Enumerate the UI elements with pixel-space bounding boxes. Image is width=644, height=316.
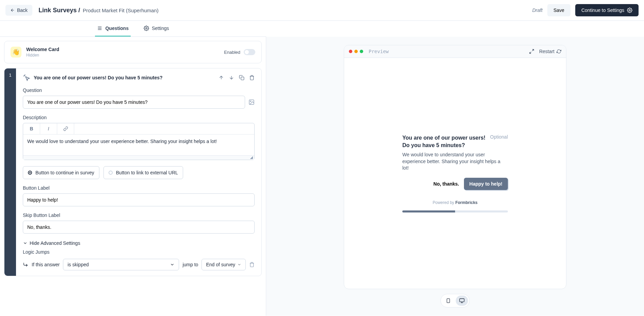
device-desktop-button[interactable] [456,296,468,306]
status-badge: Draft [532,7,543,13]
description-content[interactable]: We would love to understand your user ex… [23,135,254,156]
italic-button[interactable]: I [40,123,57,134]
welcome-toggle[interactable] [244,49,255,55]
trash-icon[interactable] [249,262,255,267]
pointer-click-icon [23,74,30,81]
question-field-label: Question [23,88,255,93]
button-label-input[interactable] [23,193,255,206]
image-plus-icon[interactable] [248,99,255,105]
app-header: Back Link Surveys / Product Market Fit (… [0,0,644,21]
logic-jump-to: jump to [182,262,198,267]
advanced-settings-toggle[interactable]: Hide Advanced Settings [23,240,255,246]
editor-panel: 👋 Welcome Card Hidden Enabled 1 You are … [0,37,266,316]
editor-tabs: Questions Settings [0,21,266,37]
chevron-down-icon [170,262,175,267]
save-button[interactable]: Save [547,4,570,16]
svg-point-7 [250,101,251,101]
gear-icon [144,26,149,31]
back-button[interactable]: Back [5,5,32,16]
monitor-icon [459,298,465,303]
chevron-down-icon [23,241,28,246]
radio-continue-label: Button to continue in survey [35,170,94,175]
question-block: 1 You are one of our power users! Do you… [4,68,262,276]
description-editor[interactable]: B I We would love to understand your use… [23,123,255,160]
preview-frame: Preview Restart You are one of our power… [344,45,566,289]
breadcrumb: Link Surveys / Product Market Fit (Super… [38,7,159,14]
copy-icon[interactable] [239,75,244,80]
device-mobile-button[interactable] [442,296,454,306]
question-number: 1 [4,68,16,276]
tab-settings[interactable]: Settings [142,21,171,36]
button-label-field-label: Button Label [23,185,255,191]
logic-jump-row: If this answer is skipped jump to End of… [23,259,255,270]
welcome-subtitle: Hidden [26,53,219,58]
resize-handle[interactable] [23,156,254,160]
preview-primary-button[interactable]: Happy to help! [464,178,508,190]
window-dots [349,50,363,53]
chevron-down-icon [237,263,241,267]
link-button[interactable] [57,123,74,134]
wave-icon: 👋 [11,47,21,58]
preview-description: We would love to understand your user ex… [402,152,508,172]
svg-point-0 [629,10,630,11]
logic-target-select[interactable]: End of survey [202,259,246,270]
continue-button[interactable]: Continue to Settings [575,4,639,16]
tab-settings-label: Settings [152,26,169,31]
list-icon [97,26,102,31]
survey-card: You are one of our power users! Do you h… [402,134,508,212]
radio-button-external[interactable]: Button to link to external URL [103,166,183,179]
smartphone-icon [446,298,451,304]
welcome-card[interactable]: 👋 Welcome Card Hidden Enabled [4,41,262,63]
svg-rect-10 [460,299,464,302]
svg-rect-8 [447,299,450,303]
preview-panel: Preview Restart You are one of our power… [266,37,644,316]
description-field-label: Description [23,115,255,120]
breadcrumb-root: Link Surveys / [38,7,80,14]
continue-label: Continue to Settings [581,7,624,13]
powered-by: Powered by Formbricks [402,200,508,205]
breadcrumb-page: Product Market Fit (Superhuman) [83,7,159,13]
radio-external-label: Button to link to external URL [116,170,178,175]
corner-down-right-icon [23,262,28,267]
restart-button[interactable]: Restart [539,49,561,54]
arrow-left-icon [10,8,15,13]
progress-bar [402,210,508,212]
back-label: Back [17,7,28,13]
svg-point-4 [146,28,147,29]
enabled-label: Enabled [224,50,240,55]
logic-condition-select[interactable]: is skipped [63,259,179,270]
refresh-icon [557,49,561,54]
radio-button-continue[interactable]: Button to continue in survey [23,166,99,179]
skip-label-input[interactable] [23,221,255,234]
logic-jumps-label: Logic Jumps [23,249,255,255]
move-down-icon[interactable] [229,75,234,80]
bold-button[interactable]: B [23,123,40,134]
preview-skip-button[interactable]: No, thanks. [433,178,459,190]
question-input[interactable] [23,96,245,109]
question-title: You are one of our power users! Do you h… [34,75,215,80]
svg-rect-5 [241,77,244,80]
preview-optional-badge: Optional [490,134,508,140]
preview-question-title: You are one of our power users! Do you h… [402,134,486,149]
restart-label: Restart [539,49,554,54]
expand-icon[interactable] [529,49,534,54]
gear-icon [627,7,632,13]
skip-label-field-label: Skip Button Label [23,212,255,218]
move-up-icon[interactable] [219,75,224,80]
device-toggle [440,294,470,307]
tab-questions[interactable]: Questions [95,21,130,36]
logic-condition-value: is skipped [67,262,88,267]
advanced-settings-label: Hide Advanced Settings [30,240,80,246]
tab-questions-label: Questions [105,26,128,31]
logic-prefix: If this answer [32,262,60,267]
trash-icon[interactable] [249,75,255,80]
welcome-title: Welcome Card [26,47,219,52]
logic-target-value: End of survey [206,262,235,267]
preview-label: Preview [369,49,389,54]
